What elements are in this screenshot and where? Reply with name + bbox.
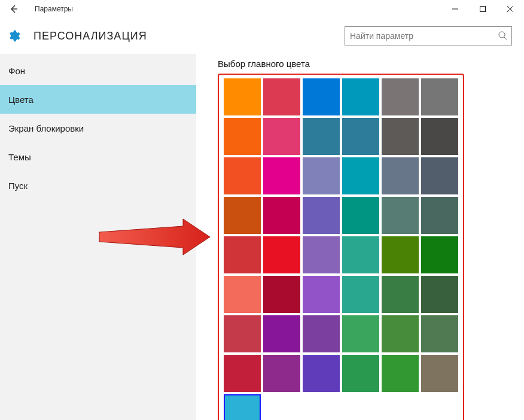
sidebar-item[interactable]: Фон	[0, 56, 196, 85]
color-swatch[interactable]	[342, 276, 379, 313]
maximize-icon	[480, 6, 486, 12]
close-icon	[507, 6, 513, 12]
color-swatch[interactable]	[382, 118, 419, 155]
color-swatch[interactable]	[342, 157, 379, 194]
main-content: Выбор главного цвета	[196, 54, 524, 420]
color-swatch[interactable]	[382, 355, 419, 392]
back-button[interactable]	[5, 0, 23, 18]
color-swatch[interactable]	[224, 394, 261, 420]
sidebar-item[interactable]: Пуск	[0, 171, 196, 200]
color-swatch[interactable]	[421, 355, 458, 392]
color-swatch[interactable]	[263, 157, 300, 194]
color-swatch[interactable]	[263, 355, 300, 392]
color-palette	[224, 78, 459, 420]
sidebar-item-label: Темы	[8, 152, 31, 162]
color-swatch[interactable]	[342, 315, 379, 352]
search-icon	[498, 31, 507, 42]
sidebar-item[interactable]: Цвета	[0, 85, 196, 114]
color-swatch[interactable]	[263, 197, 300, 234]
sidebar-item-label: Пуск	[8, 181, 28, 191]
color-swatch[interactable]	[342, 197, 379, 234]
color-swatch[interactable]	[303, 197, 340, 234]
window-controls	[441, 0, 524, 18]
close-button[interactable]	[496, 0, 524, 18]
sidebar-item[interactable]: Экран блокировки	[0, 114, 196, 142]
color-swatch[interactable]	[303, 276, 340, 313]
color-swatch[interactable]	[421, 78, 458, 115]
color-swatch[interactable]	[421, 118, 458, 155]
color-swatch[interactable]	[263, 118, 300, 155]
minimize-button[interactable]	[441, 0, 469, 18]
color-swatch[interactable]	[263, 276, 300, 313]
sidebar-item-label: Экран блокировки	[8, 123, 84, 133]
gear-icon	[7, 29, 20, 42]
color-swatch[interactable]	[382, 236, 419, 273]
color-swatch[interactable]	[263, 78, 300, 115]
color-swatch[interactable]	[421, 157, 458, 194]
window-title: Параметры	[35, 5, 73, 13]
back-arrow-icon	[9, 4, 19, 14]
color-swatch[interactable]	[382, 78, 419, 115]
color-swatch[interactable]	[303, 236, 340, 273]
body: ФонЦветаЭкран блокировкиТемыПуск Выбор г…	[0, 54, 524, 420]
color-swatch[interactable]	[263, 236, 300, 273]
svg-line-6	[504, 37, 507, 39]
color-swatch[interactable]	[224, 276, 261, 313]
minimize-icon	[452, 6, 458, 12]
color-swatch[interactable]	[224, 118, 261, 155]
color-swatch[interactable]	[382, 197, 419, 234]
search-input[interactable]	[345, 26, 512, 45]
color-swatch[interactable]	[421, 197, 458, 234]
sidebar-item-label: Фон	[8, 66, 25, 76]
header: ПЕРСОНАЛИЗАЦИЯ	[0, 18, 524, 54]
section-title: ПЕРСОНАЛИЗАЦИЯ	[33, 30, 147, 42]
color-swatch[interactable]	[224, 78, 261, 115]
color-swatch[interactable]	[382, 276, 419, 313]
titlebar: Параметры	[0, 0, 524, 18]
color-swatch[interactable]	[224, 197, 261, 234]
color-swatch[interactable]	[382, 315, 419, 352]
color-swatch[interactable]	[303, 157, 340, 194]
color-swatch[interactable]	[342, 236, 379, 273]
color-swatch[interactable]	[303, 78, 340, 115]
sidebar-item[interactable]: Темы	[0, 142, 196, 171]
color-swatch[interactable]	[224, 355, 261, 392]
color-swatch[interactable]	[342, 118, 379, 155]
color-swatch[interactable]	[421, 315, 458, 352]
color-swatch[interactable]	[224, 315, 261, 352]
color-swatch[interactable]	[224, 236, 261, 273]
color-swatch[interactable]	[382, 157, 419, 194]
color-swatch[interactable]	[263, 315, 300, 352]
palette-frame	[218, 74, 464, 420]
color-swatch[interactable]	[342, 355, 379, 392]
color-swatch[interactable]	[421, 236, 458, 273]
search-wrap	[345, 26, 512, 45]
svg-point-5	[499, 32, 505, 38]
maximize-button[interactable]	[469, 0, 496, 18]
color-swatch[interactable]	[303, 355, 340, 392]
color-swatch[interactable]	[224, 157, 261, 194]
sidebar-item-label: Цвета	[8, 95, 33, 105]
main-heading: Выбор главного цвета	[218, 59, 524, 69]
color-swatch[interactable]	[303, 315, 340, 352]
color-swatch[interactable]	[303, 118, 340, 155]
color-swatch[interactable]	[421, 276, 458, 313]
color-swatch[interactable]	[342, 78, 379, 115]
sidebar: ФонЦветаЭкран блокировкиТемыПуск	[0, 54, 196, 420]
svg-rect-2	[480, 7, 486, 12]
